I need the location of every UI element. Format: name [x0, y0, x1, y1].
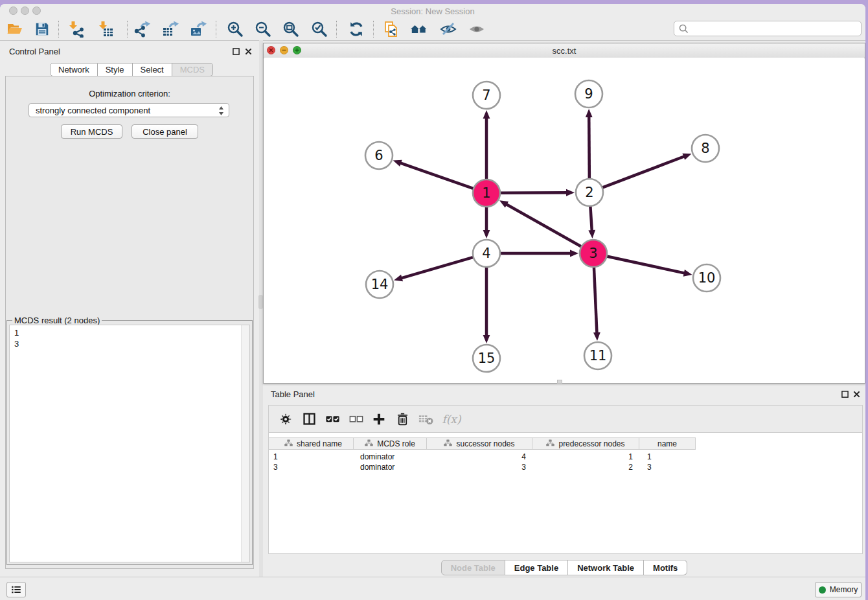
tab-motifs[interactable]: Motifs	[644, 560, 687, 575]
zoom-out-icon[interactable]	[253, 19, 273, 39]
svg-text:11: 11	[589, 348, 607, 363]
graph-node-9[interactable]: 9	[575, 80, 602, 108]
tree-icon	[365, 439, 373, 448]
zoom-selected-icon[interactable]	[310, 19, 329, 39]
apply-layout-icon[interactable]	[347, 19, 366, 39]
memory-label: Memory	[830, 585, 858, 594]
zoom-fit-icon[interactable]	[281, 19, 301, 39]
graph-arrowhead	[682, 154, 691, 160]
table-row[interactable]: 3 dominator 3 2 3	[269, 462, 696, 472]
optimization-criterion-select[interactable]: strongly connected component	[29, 103, 229, 117]
mcds-result-textarea[interactable]: 1 3	[9, 325, 250, 562]
network-graph[interactable]: 7968124314101511	[264, 58, 864, 382]
float-panel-icon[interactable]	[232, 47, 240, 56]
hide-selected-icon[interactable]	[439, 19, 458, 39]
graph-node-7[interactable]: 7	[473, 82, 500, 109]
graph-node-3[interactable]: 3	[580, 240, 607, 267]
table-row[interactable]: 1 dominator 4 1 1	[269, 452, 696, 462]
graph-node-10[interactable]: 10	[693, 264, 720, 292]
tab-network-table[interactable]: Network Table	[568, 560, 644, 575]
tab-edge-table[interactable]: Edge Table	[505, 560, 568, 575]
graph-node-1[interactable]: 1	[473, 179, 500, 207]
svg-text:4: 4	[482, 246, 490, 261]
network-window-titlebar[interactable]: scc.txt	[264, 43, 865, 58]
column-header-shared-name[interactable]: shared name	[269, 438, 354, 449]
task-history-button[interactable]	[6, 582, 26, 597]
graph-node-11[interactable]: 11	[584, 342, 611, 369]
svg-text:14: 14	[371, 277, 389, 292]
graph-arrowhead	[483, 110, 490, 119]
graph-node-6[interactable]: 6	[365, 142, 393, 169]
table-settings-icon[interactable]	[274, 410, 297, 429]
tab-mcds[interactable]: MCDS	[172, 63, 213, 76]
column-header-mcds-role[interactable]: MCDS role	[354, 438, 427, 449]
close-table-panel-icon[interactable]	[852, 390, 861, 398]
import-network-icon[interactable]	[66, 19, 86, 39]
graph-node-8[interactable]: 8	[692, 135, 719, 162]
delete-columns-icon[interactable]	[391, 410, 414, 429]
export-network-icon[interactable]	[132, 19, 152, 39]
graph-edge-1-2[interactable]	[500, 192, 569, 193]
chevron-up-down-icon	[218, 106, 224, 118]
tab-style[interactable]: Style	[98, 63, 133, 76]
column-header-predecessor-nodes[interactable]: predecessor nodes	[532, 438, 639, 449]
graph-node-14[interactable]: 14	[366, 271, 393, 298]
result-line: 1	[10, 325, 249, 338]
export-image-icon[interactable]	[188, 19, 208, 39]
delete-table-icon	[414, 410, 437, 429]
svg-text:9: 9	[584, 86, 593, 102]
import-table-icon[interactable]	[96, 19, 115, 39]
unselect-all-rows-icon[interactable]	[344, 410, 367, 429]
main-toolbar	[0, 18, 865, 41]
save-session-icon[interactable]	[32, 19, 52, 39]
search-input[interactable]	[692, 23, 861, 34]
zoom-in-icon[interactable]	[225, 19, 245, 39]
graph-node-15[interactable]: 15	[473, 345, 500, 372]
memory-button[interactable]: Memory	[815, 582, 862, 597]
main-window: Session: New Session	[0, 4, 865, 600]
run-mcds-button[interactable]: Run MCDS	[61, 124, 122, 139]
status-bar: Memory	[0, 577, 865, 600]
tab-node-table[interactable]: Node Table	[441, 560, 505, 575]
search-field[interactable]	[674, 21, 862, 36]
show-all-icon[interactable]	[467, 19, 486, 39]
memory-status-icon	[819, 586, 826, 594]
result-scrollbar[interactable]	[241, 325, 249, 562]
tree-icon	[284, 439, 293, 448]
list-icon	[10, 584, 22, 595]
graph-edge-3-11[interactable]	[594, 267, 597, 336]
export-table-icon[interactable]	[161, 19, 180, 39]
graph-edge-3-1[interactable]	[504, 203, 582, 246]
column-header-successor-nodes[interactable]: successor nodes	[427, 438, 532, 449]
close-panel-button[interactable]: Close panel	[131, 124, 198, 139]
select-columns-icon[interactable]	[297, 410, 321, 429]
close-panel-icon[interactable]	[244, 47, 253, 56]
network-resize-grip[interactable]	[557, 380, 562, 384]
graph-edge-4-14[interactable]	[399, 257, 474, 279]
svg-text:10: 10	[698, 270, 716, 286]
new-network-from-selection-icon[interactable]	[382, 19, 402, 39]
select-all-rows-icon[interactable]	[321, 410, 344, 429]
column-header-name[interactable]: name	[639, 438, 696, 449]
graph-edge-1-6[interactable]	[398, 162, 474, 189]
tree-icon	[546, 439, 554, 448]
float-table-panel-icon[interactable]	[841, 390, 849, 398]
create-column-icon[interactable]	[367, 410, 391, 429]
control-panel-title: Control Panel	[9, 47, 60, 56]
graph-arrowhead	[588, 230, 595, 238]
svg-text:3: 3	[589, 246, 597, 261]
graph-node-2[interactable]: 2	[576, 179, 603, 206]
first-neighbors-icon[interactable]	[409, 19, 429, 39]
graph-edge-2-9[interactable]	[589, 114, 589, 179]
network-canvas[interactable]: 7968124314101511	[264, 58, 864, 382]
graph-edge-2-3[interactable]	[590, 206, 592, 233]
tab-select[interactable]: Select	[133, 63, 172, 76]
open-session-icon[interactable]	[5, 19, 25, 39]
toolbar-separator	[58, 21, 59, 38]
table-toolbar: f(x)	[268, 405, 863, 433]
graph-edge-3-10[interactable]	[607, 256, 687, 273]
splitter-grip[interactable]	[258, 295, 263, 309]
graph-edge-2-8[interactable]	[602, 156, 687, 188]
tab-network[interactable]: Network	[50, 63, 98, 76]
graph-node-4[interactable]: 4	[473, 240, 500, 267]
